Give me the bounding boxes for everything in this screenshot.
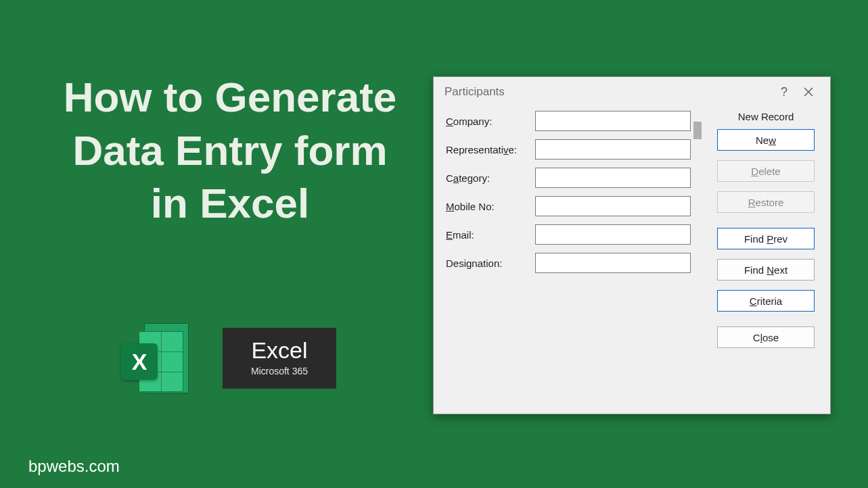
help-button[interactable]: ? (772, 81, 796, 103)
field-label: Designation: (446, 258, 528, 269)
field-row-mobile: Mobile No: (446, 196, 691, 216)
email-input[interactable] (535, 224, 691, 245)
designation-input[interactable] (535, 253, 691, 273)
dialog-body: Company: Representative: Category: Mobil… (434, 107, 830, 414)
criteria-button[interactable]: Criteria (717, 290, 815, 312)
record-scrollbar[interactable] (693, 109, 706, 407)
field-row-company: Company: (446, 111, 691, 131)
new-button[interactable]: New (717, 129, 815, 151)
button-column: New Record New Delete Restore Find Prev … (708, 109, 823, 407)
microsoft-365-badge: Excel Microsoft 365 (223, 328, 336, 389)
close-button[interactable]: Close (717, 326, 815, 348)
find-next-button[interactable]: Find Next (717, 259, 815, 280)
scrollbar-thumb[interactable] (693, 122, 702, 139)
close-icon[interactable] (796, 81, 821, 103)
field-label: Company: (446, 116, 528, 127)
m365-product-name: Excel (242, 339, 317, 362)
dialog-titlebar[interactable]: Participants ? (434, 77, 830, 107)
dialog-title: Participants (444, 85, 505, 99)
field-label: Category: (446, 172, 528, 184)
delete-button[interactable]: Delete (717, 160, 815, 182)
excel-icon: X (118, 318, 193, 399)
excel-x-badge: X (121, 343, 158, 380)
page-title: How to Generate Data Entry form in Excel (54, 71, 406, 230)
restore-button[interactable]: Restore (717, 191, 815, 213)
field-column: Company: Representative: Category: Mobil… (446, 109, 691, 407)
representative-input[interactable] (535, 139, 691, 160)
field-row-category: Category: (446, 168, 691, 188)
mobile-input[interactable] (535, 196, 691, 216)
find-prev-button[interactable]: Find Prev (717, 228, 815, 249)
field-row-email: Email: (446, 224, 691, 245)
field-label: Representative: (446, 144, 528, 155)
field-label: Email: (446, 229, 528, 241)
site-credit: bpwebs.com (28, 457, 120, 476)
m365-sub-label: Microsoft 365 (242, 366, 317, 376)
field-row-representative: Representative: (446, 139, 691, 160)
field-row-designation: Designation: (446, 253, 691, 273)
category-input[interactable] (535, 168, 691, 188)
data-entry-dialog: Participants ? Company: Representative: … (433, 76, 831, 414)
record-status: New Record (738, 111, 794, 122)
logo-row: X Excel Microsoft 365 (118, 318, 336, 399)
company-input[interactable] (535, 111, 691, 131)
field-label: Mobile No: (446, 201, 528, 212)
